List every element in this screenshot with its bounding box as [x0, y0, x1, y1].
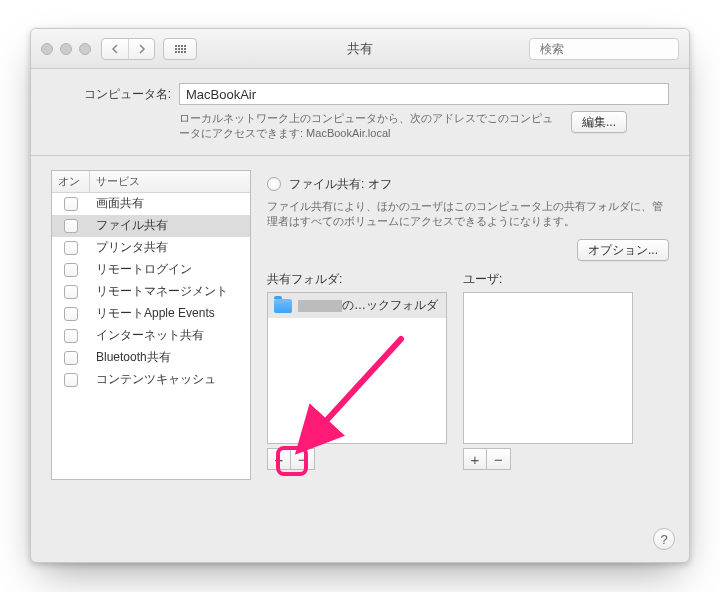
help-button[interactable]: ? — [653, 528, 675, 550]
forward-button[interactable] — [128, 39, 154, 59]
service-checkbox[interactable] — [64, 373, 78, 387]
service-row[interactable]: Bluetooth共有 — [52, 347, 250, 369]
service-row[interactable]: リモートログイン — [52, 259, 250, 281]
service-row[interactable]: リモートマネージメント — [52, 281, 250, 303]
service-row[interactable]: リモートApple Events — [52, 303, 250, 325]
add-folder-button[interactable]: + — [267, 448, 291, 470]
service-detail-pane: ファイル共有: オフ ファイル共有により、ほかのユーザはこのコンピュータ上の共有… — [267, 170, 669, 480]
close-window-button[interactable] — [41, 43, 53, 55]
services-header: オン サービス — [52, 171, 250, 193]
sharing-preferences-window: 共有 コンピュータ名: ローカルネットワーク上のコンピュータから、次のアドレスで… — [30, 28, 690, 563]
service-checkbox[interactable] — [64, 307, 78, 321]
service-checkbox[interactable] — [64, 197, 78, 211]
service-checkbox[interactable] — [64, 351, 78, 365]
grid-icon — [175, 45, 186, 53]
services-body[interactable]: 画面共有ファイル共有プリンタ共有リモートログインリモートマネージメントリモートA… — [52, 193, 250, 479]
content-area: コンピュータ名: ローカルネットワーク上のコンピュータから、次のアドレスでこのコ… — [31, 69, 689, 496]
on-column-header: オン — [52, 171, 90, 192]
users-buttons: + − — [463, 448, 633, 470]
show-all-button[interactable] — [163, 38, 197, 60]
service-label: インターネット共有 — [90, 327, 250, 344]
status-label: ファイル共有: オフ — [289, 176, 392, 193]
service-row[interactable]: 画面共有 — [52, 193, 250, 215]
computer-name-input[interactable] — [179, 83, 669, 105]
shared-folders-label: 共有フォルダ: — [267, 271, 447, 288]
service-label: Bluetooth共有 — [90, 349, 250, 366]
chevron-left-icon — [111, 44, 119, 54]
service-label: 画面共有 — [90, 195, 250, 212]
service-checkbox[interactable] — [64, 329, 78, 343]
shared-folders-buttons: + − — [267, 448, 447, 470]
users-label: ユーザ: — [463, 271, 633, 288]
services-table: オン サービス 画面共有ファイル共有プリンタ共有リモートログインリモートマネージ… — [51, 170, 251, 480]
folder-item-label: の…ックフォルダ — [298, 297, 438, 314]
service-row[interactable]: ファイル共有 — [52, 215, 250, 237]
back-button[interactable] — [102, 39, 128, 59]
nav-back-forward — [101, 38, 155, 60]
folder-icon — [274, 299, 292, 313]
remove-folder-button[interactable]: − — [291, 448, 315, 470]
status-line: ファイル共有: オフ — [267, 176, 669, 193]
computer-name-row: コンピュータ名: — [51, 83, 669, 105]
service-label: コンテンツキャッシュ — [90, 371, 250, 388]
computer-name-label: コンピュータ名: — [51, 86, 171, 103]
lists-row: 共有フォルダ: の…ックフォルダ + — [267, 271, 669, 470]
service-row[interactable]: コンテンツキャッシュ — [52, 369, 250, 391]
titlebar: 共有 — [31, 29, 689, 69]
service-label: プリンタ共有 — [90, 239, 250, 256]
options-button[interactable]: オプション... — [577, 239, 669, 261]
users-group: ユーザ: + − — [463, 271, 633, 470]
service-checkbox[interactable] — [64, 241, 78, 255]
service-checkbox[interactable] — [64, 285, 78, 299]
main-columns: オン サービス 画面共有ファイル共有プリンタ共有リモートログインリモートマネージ… — [51, 170, 669, 480]
service-description: ファイル共有により、ほかのユーザはこのコンピュータ上の共有フォルダに、管理者はす… — [267, 199, 669, 230]
shared-folder-item[interactable]: の…ックフォルダ — [268, 293, 446, 318]
window-controls — [41, 43, 91, 55]
service-row[interactable]: インターネット共有 — [52, 325, 250, 347]
service-column-header: サービス — [90, 171, 250, 192]
chevron-right-icon — [138, 44, 146, 54]
computer-name-note-row: ローカルネットワーク上のコンピュータから、次のアドレスでこのコンピュータにアクセ… — [179, 111, 669, 141]
remove-user-button[interactable]: − — [487, 448, 511, 470]
shared-folders-group: 共有フォルダ: の…ックフォルダ + — [267, 271, 447, 470]
service-label: リモートマネージメント — [90, 283, 250, 300]
service-label: リモートApple Events — [90, 305, 250, 322]
redacted-text — [298, 300, 342, 312]
shared-folders-list[interactable]: の…ックフォルダ — [267, 292, 447, 444]
service-checkbox[interactable] — [64, 219, 78, 233]
divider — [31, 155, 689, 156]
service-label: リモートログイン — [90, 261, 250, 278]
local-hostname-note: ローカルネットワーク上のコンピュータから、次のアドレスでこのコンピュータにアクセ… — [179, 111, 559, 141]
search-field[interactable] — [529, 38, 679, 60]
edit-hostname-button[interactable]: 編集... — [571, 111, 627, 133]
add-user-button[interactable]: + — [463, 448, 487, 470]
service-checkbox[interactable] — [64, 263, 78, 277]
search-input[interactable] — [540, 42, 690, 56]
service-label: ファイル共有 — [90, 217, 250, 234]
zoom-window-button[interactable] — [79, 43, 91, 55]
users-list[interactable] — [463, 292, 633, 444]
status-indicator-off-icon — [267, 177, 281, 191]
minimize-window-button[interactable] — [60, 43, 72, 55]
service-row[interactable]: プリンタ共有 — [52, 237, 250, 259]
